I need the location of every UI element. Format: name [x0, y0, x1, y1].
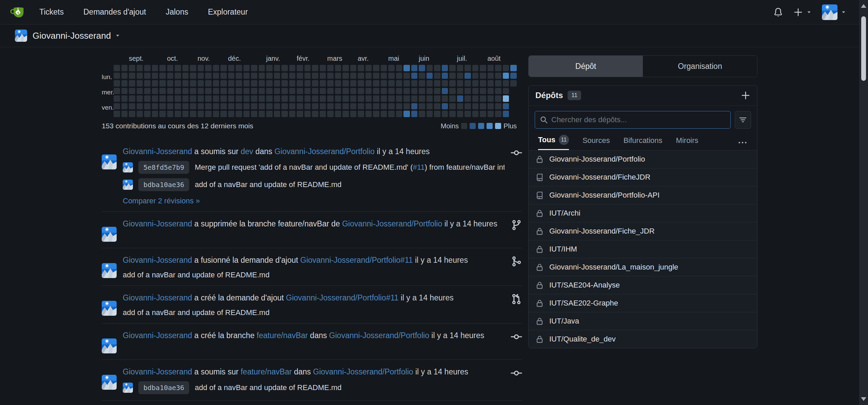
- heatmap-cell[interactable]: [198, 111, 204, 117]
- feed-link[interactable]: Giovanni-Josserand/Portfolio: [313, 367, 413, 376]
- add-repository-button[interactable]: [741, 91, 750, 100]
- heatmap-cell[interactable]: [175, 88, 181, 94]
- heatmap-cell[interactable]: [465, 73, 471, 79]
- heatmap-cell[interactable]: [152, 65, 158, 71]
- heatmap-cell[interactable]: [327, 95, 334, 102]
- heatmap-cell[interactable]: [198, 65, 204, 71]
- heatmap-cell[interactable]: [373, 111, 379, 117]
- heatmap-cell[interactable]: [320, 111, 326, 117]
- heatmap-cell[interactable]: [236, 103, 242, 110]
- context-user-switcher[interactable]: Giovanni-Josserand: [33, 31, 120, 41]
- heatmap-cell[interactable]: [289, 73, 296, 79]
- heatmap-cell[interactable]: [327, 73, 334, 79]
- heatmap-cell[interactable]: [388, 103, 395, 110]
- heatmap-cell[interactable]: [121, 65, 128, 71]
- heatmap-cell[interactable]: [198, 103, 204, 110]
- heatmap-cell[interactable]: [129, 111, 135, 117]
- heatmap-cell[interactable]: [503, 73, 509, 79]
- heatmap-cell[interactable]: [480, 103, 486, 110]
- heatmap-cell[interactable]: [472, 88, 479, 94]
- repo-list-item[interactable]: Giovanni-Josserand/La_maison_jungle: [529, 258, 757, 276]
- heatmap-cell[interactable]: [259, 65, 265, 71]
- heatmap-cell[interactable]: [220, 88, 227, 94]
- heatmap-cell[interactable]: [167, 88, 174, 94]
- heatmap-cell[interactable]: [159, 95, 166, 102]
- heatmap-cell[interactable]: [327, 65, 334, 71]
- heatmap-cell[interactable]: [144, 65, 151, 71]
- heatmap-cell[interactable]: [175, 111, 181, 117]
- heatmap-cell[interactable]: [366, 80, 372, 87]
- heatmap-cell[interactable]: [449, 111, 456, 117]
- heatmap-cell[interactable]: [228, 95, 235, 102]
- heatmap-cell[interactable]: [373, 103, 379, 110]
- heatmap-cell[interactable]: [289, 88, 296, 94]
- heatmap-cell[interactable]: [373, 95, 379, 102]
- heatmap-cell[interactable]: [342, 95, 349, 102]
- heatmap-cell[interactable]: [419, 95, 425, 102]
- heatmap-cell[interactable]: [159, 73, 166, 79]
- heatmap-cell[interactable]: [381, 111, 387, 117]
- heatmap-cell[interactable]: [320, 95, 326, 102]
- heatmap-cell[interactable]: [472, 65, 479, 71]
- heatmap-cell[interactable]: [396, 73, 402, 79]
- heatmap-cell[interactable]: [465, 88, 471, 94]
- heatmap-cell[interactable]: [381, 95, 387, 102]
- user-avatar[interactable]: [102, 375, 117, 390]
- heatmap-cell[interactable]: [281, 65, 288, 71]
- heatmap-cell[interactable]: [350, 88, 357, 94]
- heatmap-cell[interactable]: [403, 111, 410, 117]
- heatmap-cell[interactable]: [274, 88, 280, 94]
- heatmap-cell[interactable]: [327, 88, 334, 94]
- heatmap-cell[interactable]: [503, 111, 509, 117]
- user-avatar[interactable]: [102, 154, 117, 169]
- heatmap-cell[interactable]: [297, 65, 303, 71]
- heatmap-cell[interactable]: [121, 73, 128, 79]
- heatmap-cell[interactable]: [167, 95, 174, 102]
- heatmap-cell[interactable]: [297, 73, 303, 79]
- heatmap-cell[interactable]: [488, 80, 494, 87]
- heatmap-cell[interactable]: [198, 80, 204, 87]
- heatmap-cell[interactable]: [281, 103, 288, 110]
- scrollbar-down-arrow-icon[interactable]: [861, 397, 866, 401]
- heatmap-cell[interactable]: [419, 88, 425, 94]
- repo-filter-button[interactable]: [735, 111, 751, 129]
- repo-list-item[interactable]: IUT/Archi: [529, 204, 757, 222]
- heatmap-cell[interactable]: [228, 103, 235, 110]
- heatmap-cell[interactable]: [350, 73, 357, 79]
- heatmap-cell[interactable]: [449, 88, 456, 94]
- heatmap-cell[interactable]: [411, 111, 418, 117]
- heatmap-cell[interactable]: [220, 80, 227, 87]
- heatmap-cell[interactable]: [205, 95, 212, 102]
- heatmap-cell[interactable]: [198, 95, 204, 102]
- heatmap-cell[interactable]: [281, 111, 288, 117]
- heatmap-cell[interactable]: [457, 88, 463, 94]
- heatmap-cell[interactable]: [503, 103, 509, 110]
- heatmap-cell[interactable]: [304, 80, 311, 87]
- heatmap-cell[interactable]: [335, 111, 341, 117]
- heatmap-cell[interactable]: [236, 80, 242, 87]
- heatmap-cell[interactable]: [243, 103, 250, 110]
- heatmap-cell[interactable]: [213, 65, 219, 71]
- heatmap-cell[interactable]: [251, 103, 257, 110]
- heatmap-cell[interactable]: [259, 88, 265, 94]
- heatmap-cell[interactable]: [342, 88, 349, 94]
- heatmap-cell[interactable]: [266, 88, 273, 94]
- heatmap-cell[interactable]: [419, 103, 425, 110]
- heatmap-cell[interactable]: [381, 88, 387, 94]
- heatmap-cell[interactable]: [442, 95, 448, 102]
- feed-link[interactable]: Giovanni-Josserand/Portfolio: [274, 147, 374, 156]
- heatmap-cell[interactable]: [335, 73, 341, 79]
- nav-item-tickets[interactable]: Tickets: [39, 7, 64, 17]
- heatmap-cell[interactable]: [358, 111, 364, 117]
- heatmap-cell[interactable]: [472, 73, 479, 79]
- heatmap-cell[interactable]: [152, 95, 158, 102]
- heatmap-cell[interactable]: [281, 88, 288, 94]
- heatmap-cell[interactable]: [510, 65, 517, 71]
- heatmap-cell[interactable]: [251, 88, 257, 94]
- heatmap-cell[interactable]: [472, 95, 479, 102]
- heatmap-cell[interactable]: [350, 65, 357, 71]
- nav-item-explore[interactable]: Explorateur: [208, 7, 248, 17]
- feed-link[interactable]: Giovanni-Josserand: [123, 367, 192, 376]
- heatmap-cell[interactable]: [182, 95, 189, 102]
- heatmap-cell[interactable]: [403, 80, 410, 87]
